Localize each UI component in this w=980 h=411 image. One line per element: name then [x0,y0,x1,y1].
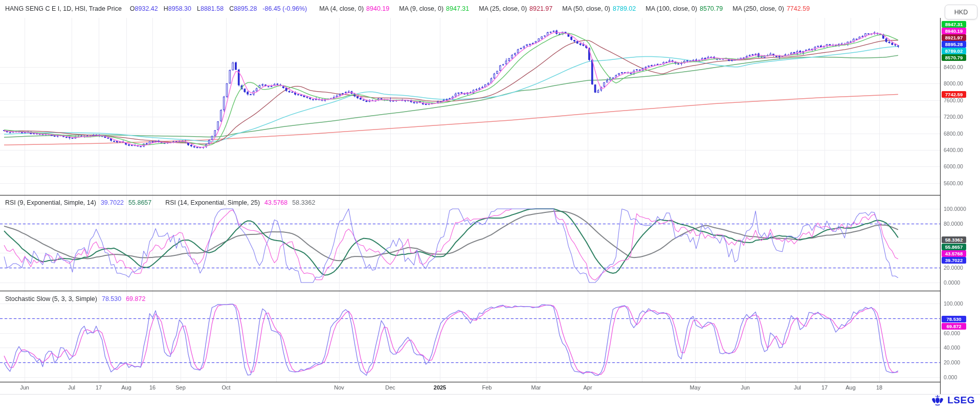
rsi-badge: 39.7022 [942,257,966,264]
x-axis-label: Sep [175,384,186,391]
lseg-logo-text: LSEG [947,395,975,406]
x-axis-label: 17 [96,384,102,391]
stochastic-axis-label: 100.000 [944,300,963,307]
ma-legend-100[interactable]: MA (100, close, 0)8570.79 [645,5,723,12]
price-badge: 7742.59 [942,91,966,98]
x-axis-label: 17 [821,384,828,391]
stochastic-axis-label: 0.000 [944,374,957,380]
instrument-title: HANG SENG C E I, 1D, HSI, Trade Price [5,5,122,12]
x-axis-label: Aug [121,384,131,391]
price-badge: 8895.28 [942,41,966,48]
price-axis-label: 7600.00 [944,97,963,103]
rsi-axis-label: 80.0000 [944,221,963,227]
stochastic-axis-label: 40.000 [944,344,960,351]
stochastic-legend[interactable]: Stochastic Slow (5, 3, 3, Simple) 78.530… [5,295,150,302]
ma-legend-50[interactable]: MA (50, close, 0)8789.02 [562,5,636,12]
x-axis-label: 16 [149,384,155,391]
x-axis-label: Jun [741,384,750,391]
quote-low: L8881.58 [197,5,224,12]
x-axis-label: May [690,384,701,391]
x-axis-label: Apr [583,384,592,391]
price-badge: 8789.02 [942,48,966,54]
ma-legend-9[interactable]: MA (9, close, 0)8947.31 [399,5,469,12]
quote-change: -86.45 (-0.96%) [262,5,307,12]
rsi14-value: 43.5768 [264,199,287,206]
x-axis-label: 18 [876,384,882,391]
price-axis-label: 5600.00 [944,180,963,186]
rsi14-label: RSI (14, Exponential, Simple, 25) [165,199,260,206]
rsi-axis-label: 20.0000 [944,265,963,271]
rsi14-ma-value: 58.3362 [292,199,315,206]
rsi-legend[interactable]: RSI (9, Exponential, Simple, 14) 39.7022… [5,199,320,206]
x-axis-label: Jun [20,384,29,391]
x-axis-label: Mar [531,384,541,391]
price-axis-label: 6400.00 [944,147,963,153]
price-badge: 8947.31 [942,21,966,28]
rsi9-value: 39.7022 [101,199,124,206]
lseg-logo: LSEG [931,394,975,407]
price-axis-label: 6800.00 [944,131,963,137]
stochastic-axis-label: 20.000 [944,359,960,365]
ma-legend-25[interactable]: MA (25, close, 0)8921.97 [479,5,552,12]
price-axis-label: 7200.00 [944,114,963,120]
rsi-badge: 55.8657 [942,244,966,250]
currency-button[interactable]: HKD [945,5,977,19]
x-axis-label: Feb [482,384,492,391]
quote-high: H8958.30 [164,5,191,12]
x-axis-label: 2025 [434,384,446,391]
quote-close: C8895.28 [229,5,257,12]
price-axis-label: 8400.00 [944,64,963,70]
stochastic-badge: 78.530 [942,316,966,322]
price-badge: 8940.19 [942,28,966,34]
ma-legend-250[interactable]: MA (250, close, 0)7742.59 [732,5,810,12]
price-axis-label: 8000.00 [944,80,963,86]
lseg-crest-icon [931,394,944,407]
stoch-label: Stochastic Slow (5, 3, 3, Simple) [5,295,97,302]
main-chart-legend[interactable]: HANG SENG C E I, 1D, HSI, Trade Price O8… [5,5,819,12]
ma-legend-4[interactable]: MA (4, close, 0)8940.19 [319,5,389,12]
x-axis-label: Jul [68,384,75,391]
rsi-axis-label: 0.0000 [944,279,960,286]
rsi-badge: 43.5768 [942,250,966,257]
x-axis-label: Oct [221,384,230,391]
stochastic-badge: 69.872 [942,323,966,330]
chart-application: HANG SENG C E I, 1D, HSI, Trade Price O8… [0,0,980,411]
price-badge: 8570.79 [942,54,966,61]
x-axis-label: Nov [334,384,344,391]
stochastic-axis-label: 60.000 [944,330,960,336]
x-axis-label: Aug [845,384,856,391]
price-badge: 8921.97 [942,34,966,41]
rsi9-ma-value: 55.8657 [128,199,151,206]
rsi9-label: RSI (9, Exponential, Simple, 14) [5,199,96,206]
price-axis-label: 6000.00 [944,163,963,169]
x-axis-label: Jul [794,384,801,391]
quote-open: O8932.42 [130,5,158,12]
rsi-axis-label: 100.0000 [944,206,966,212]
stoch-k-value: 78.530 [102,295,121,302]
x-axis-label: Dec [385,384,395,391]
rsi-badge: 58.3362 [942,236,966,243]
stoch-d-value: 69.872 [126,295,145,302]
